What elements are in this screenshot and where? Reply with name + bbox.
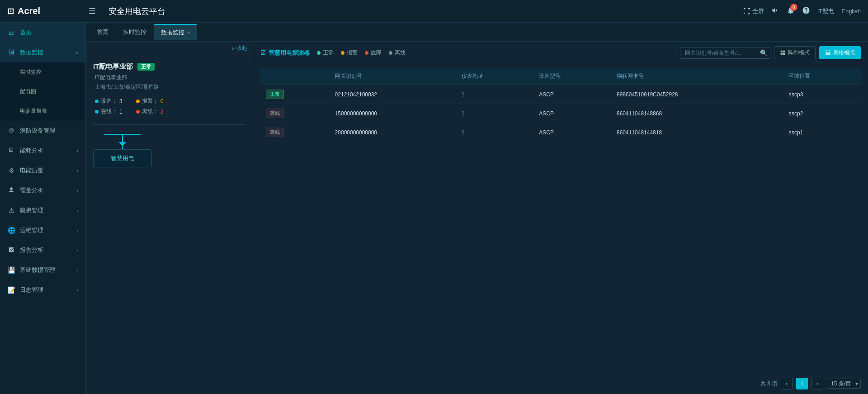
pagination-next[interactable]: › [811, 378, 823, 389]
cell-iot: 860411048148868 [611, 104, 783, 123]
base-arrow: › [77, 268, 78, 273]
pagination-prev[interactable]: ‹ [781, 378, 793, 389]
collapse-bar[interactable]: « 收起 [86, 42, 253, 55]
sidebar-label-fire: 消防设备管理 [20, 127, 78, 135]
org-name: IT配电事业部 [93, 62, 133, 71]
filter-normal[interactable]: 正常 [317, 49, 334, 57]
fullscreen-icon [743, 8, 750, 15]
view-grid-button[interactable]: 阵列模式 [774, 46, 816, 59]
stat-offline-dot [136, 110, 140, 114]
cell-gateway: 15000000000000 [330, 104, 456, 123]
top-header: ⊡ Acrel ☰ 安全用电云平台 全屏 0 IT配电 English [0, 0, 868, 23]
org-status-badge: 正常 [137, 63, 155, 71]
filter-offline-dot [389, 51, 392, 55]
stat-alarm-label: 报警： [142, 97, 158, 105]
fullscreen-label: 全屏 [752, 7, 764, 15]
sidebar-item-hidden[interactable]: ⚠ 隐患管理 › [0, 200, 85, 220]
filter-checkbox-icon: ☑ [260, 49, 266, 56]
sidebar-item-demand[interactable]: 需量分析 › [0, 180, 85, 200]
sidebar-item-realtime[interactable]: 实时监控 [0, 62, 85, 82]
notification-bell[interactable]: 0 [787, 6, 795, 16]
tree-node-box[interactable]: 智慧用电 [93, 149, 152, 167]
user-button[interactable]: IT配电 [817, 7, 835, 15]
filter-alarm[interactable]: 报警 [341, 49, 358, 57]
filter-normal-dot [317, 51, 321, 55]
cell-location: ascp3 [783, 85, 861, 104]
tab-realtime[interactable]: 实时监控 [116, 24, 154, 40]
sidebar-item-home[interactable]: ⊟ 首页 [0, 23, 85, 43]
sidebar-label-demand: 需量分析 [20, 186, 72, 195]
stat-device-dot [95, 100, 99, 103]
cell-gateway: 02121042100032 [330, 85, 456, 104]
filter-fault[interactable]: 故障 [365, 49, 382, 57]
svg-text:消: 消 [10, 129, 13, 132]
header-right: 全屏 0 IT配电 English [743, 6, 861, 16]
language-button[interactable]: English [841, 8, 861, 14]
data-monitor-arrow: ∧ [75, 50, 78, 55]
filter-offline[interactable]: 离线 [389, 49, 406, 57]
tab-data-close[interactable]: × [187, 30, 190, 35]
sidebar-label-home: 首页 [20, 28, 78, 37]
logo-icon: ⊡ [7, 6, 14, 16]
help-icon[interactable] [802, 6, 810, 16]
tab-data[interactable]: 数据监控 × [154, 24, 197, 40]
tab-home[interactable]: 首页 [90, 24, 116, 40]
hidden-arrow: › [77, 208, 78, 213]
filter-title-text: 智慧用电探测器 [269, 49, 310, 57]
base-icon: 💾 [7, 266, 15, 274]
search-input[interactable] [680, 47, 770, 59]
left-panel: « 收起 IT配电事业部 正常 IT配电事业部 上海市/上海/嘉定区/育辉路 设 [86, 42, 253, 394]
search-wrap: 🔍 [680, 47, 770, 59]
notification-badge: 0 [790, 4, 797, 11]
page-title: 安全用电云平台 [108, 6, 743, 17]
stat-device-label: 设备： [101, 97, 117, 105]
log-icon: 📝 [7, 286, 15, 294]
view-table-button[interactable]: 表格模式 [819, 46, 861, 59]
stat-offline-value: 2 [160, 109, 164, 115]
sidebar-label-hidden: 隐患管理 [20, 206, 72, 214]
content-area: 首页 实时监控 数据监控 × « 收起 [86, 23, 868, 394]
page-size-select[interactable]: 15 条/页 30 条/页 50 条/页 [827, 379, 861, 389]
sidebar-item-wiring[interactable]: 配电图 [0, 82, 85, 101]
menu-toggle-icon[interactable]: ☰ [89, 6, 96, 16]
view-table-label: 表格模式 [833, 49, 855, 57]
volume-icon[interactable] [771, 6, 779, 16]
sidebar-item-data-monitor[interactable]: 数据监控 ∧ [0, 43, 85, 62]
sidebar-item-quality[interactable]: ⚙ 电能质量 › [0, 161, 85, 180]
main-layout: ⊟ 首页 数据监控 ∧ 实时监控 配电图 电参量报表 消 消防设备管理 [0, 23, 868, 394]
status-badge: 离线 [266, 128, 284, 137]
col-location: 区域位置 [783, 68, 861, 85]
stat-alarm-dot [136, 100, 140, 103]
energy-arrow: › [77, 148, 78, 153]
log-arrow: › [77, 288, 78, 293]
sidebar-item-ops[interactable]: 🌐 运维管理 › [0, 220, 85, 240]
fullscreen-button[interactable]: 全屏 [743, 7, 764, 15]
right-actions: 🔍 阵列模式 表格模式 [680, 46, 861, 59]
sidebar-item-base[interactable]: 💾 基础数据管理 › [0, 260, 85, 280]
sidebar-item-log[interactable]: 📝 日志管理 › [0, 280, 85, 300]
stat-alarm-value: 0 [160, 98, 164, 104]
cell-location: ascp2 [783, 104, 861, 123]
stat-online-label: 在线： [101, 108, 117, 115]
collapse-label: 收起 [236, 44, 247, 52]
sidebar-label-log: 日志管理 [20, 286, 72, 294]
page-size-wrap: 15 条/页 30 条/页 50 条/页 ▼ [827, 379, 861, 389]
home-icon: ⊟ [7, 29, 15, 36]
sidebar-item-report[interactable]: 电参量报表 [0, 101, 85, 121]
report2-arrow: › [77, 248, 78, 253]
right-header: ☑ 智慧用电探测器 正常 报警 故障 [253, 42, 868, 64]
sidebar-item-report2[interactable]: 报告分析 › [0, 240, 85, 260]
sidebar-item-fire[interactable]: 消 消防设备管理 [0, 121, 85, 141]
col-status [260, 68, 330, 85]
table-row: 离线 15000000000000 1 ASCP 860411048148868… [260, 104, 861, 123]
data-monitor-icon [7, 49, 15, 57]
pagination-current[interactable]: 1 [796, 378, 808, 389]
cell-location: ascp1 [783, 123, 861, 142]
stat-row: 设备： 3 报警： 0 [93, 97, 245, 105]
sidebar-item-energy[interactable]: 能耗分析 › [0, 141, 85, 161]
sidebar-label-report: 电参量报表 [20, 107, 78, 115]
collapse-arrow-icon: « [231, 45, 235, 52]
search-button[interactable]: 🔍 [760, 49, 768, 57]
cell-address: 1 [456, 104, 534, 123]
cell-model: ASCP [533, 104, 611, 123]
